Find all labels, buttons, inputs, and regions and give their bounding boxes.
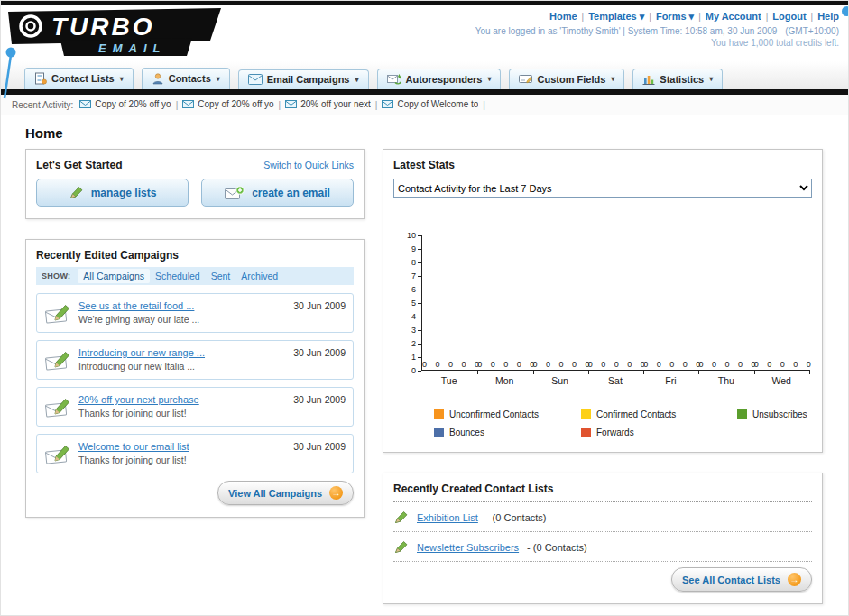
- tab-statistics[interactable]: Statistics▾: [632, 69, 723, 89]
- contact-activity-chart: 012345678910 0 0 0 0 00 0 0 0 00 0 0 0 0…: [398, 235, 809, 386]
- legend-label: Forwards: [596, 428, 634, 437]
- contact-list-link[interactable]: Newsletter Subscribers: [417, 542, 519, 553]
- statistics-icon: [642, 73, 655, 85]
- filter-tab-all-campaigns[interactable]: All Campaigns: [78, 269, 150, 283]
- tab-autoresponders[interactable]: Autoresponders▾: [377, 69, 502, 89]
- stats-period-select[interactable]: Contact Activity for the Last 7 Days: [393, 179, 812, 198]
- bar-value-labels: 0 0 0 0 0: [477, 360, 532, 369]
- campaign-title-link[interactable]: Introducing our new range ...: [78, 347, 286, 358]
- tab-email-campaigns[interactable]: Email Campaigns▾: [238, 69, 369, 89]
- chart-group: 0 0 0 0 0: [477, 235, 532, 370]
- legend-item-bounces: Bounces: [434, 428, 581, 437]
- unsubscribes-swatch: [737, 409, 747, 419]
- y-tick-label: 5: [411, 299, 416, 308]
- bar-value-labels: 0 0 0 0 0: [643, 360, 698, 369]
- tab-custom-fields[interactable]: Custom Fields▾: [509, 69, 624, 89]
- y-axis-tick: 10: [407, 231, 421, 240]
- y-axis-tick: 9: [411, 244, 421, 253]
- envelope-pencil-icon: [44, 443, 71, 465]
- legend-label: Unsubscribes: [752, 409, 807, 419]
- custom-fields-icon: [519, 73, 532, 85]
- y-tick-label: 4: [411, 312, 416, 321]
- recent-activity-item[interactable]: 20% off your next: [285, 99, 371, 109]
- bounces-swatch: [434, 428, 444, 437]
- envelope-pencil-icon: [44, 302, 71, 325]
- chevron-down-icon: ▾: [611, 75, 614, 83]
- x-axis-label: Mon: [476, 371, 531, 386]
- envelope-small-icon: [79, 100, 91, 108]
- chevron-down-icon: ▾: [120, 75, 124, 83]
- campaign-title-link[interactable]: See us at the retail food ...: [78, 300, 286, 311]
- contact-list-link[interactable]: Exhibition List: [417, 512, 478, 523]
- create-an-email-button[interactable]: create an email: [201, 179, 354, 207]
- get-started-title: Let's Get Started: [36, 159, 123, 171]
- logo-text-email: EMAIL: [98, 41, 166, 55]
- top-link-my-account[interactable]: My Account: [706, 11, 761, 22]
- chevron-down-icon: ▾: [709, 75, 713, 83]
- y-axis-tick: 2: [411, 339, 421, 348]
- legend-item-unsubscribes: Unsubscribes: [737, 409, 809, 419]
- legend-label: Confirmed Contacts: [596, 409, 676, 419]
- view-all-campaigns-label: View All Campaigns: [228, 488, 322, 499]
- legend-item-forwards: Forwards: [581, 428, 737, 437]
- recent-activity-item[interactable]: Copy of 20% off yo: [79, 99, 171, 109]
- switch-quick-links-link[interactable]: Switch to Quick Links: [263, 160, 354, 170]
- tab-contacts[interactable]: Contacts▾: [142, 68, 230, 89]
- chart-legend: Unconfirmed ContactsConfirmed ContactsUn…: [434, 409, 809, 437]
- latest-stats-title: Latest Stats: [383, 150, 822, 177]
- button-label: create an email: [252, 187, 330, 199]
- y-tick-label: 9: [411, 244, 416, 253]
- bar-value-labels: 0 0 0 0 0: [754, 360, 809, 369]
- campaign-subtitle: Introducing our new Italia ...: [78, 361, 286, 372]
- y-tick-label: 3: [411, 326, 416, 335]
- filter-tab-archived[interactable]: Archived: [235, 269, 283, 283]
- campaign-row: Introducing our new range ...Introducing…: [36, 340, 354, 380]
- top-link-forms[interactable]: Forms ▾: [656, 11, 694, 22]
- x-axis-label: Tue: [421, 371, 476, 386]
- y-axis-tick: 7: [411, 271, 421, 280]
- y-axis-tick: 5: [411, 299, 421, 308]
- activity-item-label: 20% off your next: [300, 99, 371, 109]
- page-title: Home: [25, 125, 848, 141]
- filter-tab-scheduled[interactable]: Scheduled: [150, 269, 206, 283]
- campaign-subtitle: Thanks for joining our list!: [78, 455, 286, 465]
- recent-activity-item[interactable]: Copy of Welcome to: [382, 99, 478, 109]
- x-axis-label: Fri: [643, 371, 698, 386]
- button-label: manage lists: [91, 187, 157, 199]
- logo-text-turbo: TURBO: [51, 13, 155, 41]
- top-link-templates[interactable]: Templates ▾: [588, 11, 644, 22]
- x-axis-label: Thu: [698, 371, 753, 386]
- bar-value-labels: 0 0 0 0 0: [422, 360, 477, 369]
- campaign-title-link[interactable]: 20% off your next purchase: [78, 394, 286, 405]
- app-logo: TURBO EMAIL: [5, 7, 232, 61]
- tab-contact-lists[interactable]: Contact Lists▾: [24, 68, 134, 89]
- bar-value-labels: 0 0 0 0 0: [588, 360, 643, 369]
- campaign-subtitle: Thanks for joining our list!: [78, 408, 286, 418]
- campaign-date: 30 Jun 2009: [293, 439, 346, 468]
- email-campaigns-icon: [248, 74, 263, 85]
- y-axis-tick: 3: [411, 326, 421, 335]
- top-link-home[interactable]: Home: [549, 11, 577, 22]
- campaign-title-link[interactable]: Welcome to our email list: [78, 441, 286, 452]
- top-link-help[interactable]: Help: [817, 11, 839, 22]
- envelope-pencil-icon: [44, 349, 71, 372]
- y-tick-label: 1: [411, 353, 416, 362]
- chart-plot-wrap: 0 0 0 0 00 0 0 0 00 0 0 0 00 0 0 0 00 0 …: [421, 235, 809, 386]
- chevron-down-icon: ▾: [487, 75, 491, 83]
- recent-activity-item[interactable]: Copy of 20% off yo: [182, 99, 273, 109]
- x-axis-label: Wed: [754, 371, 809, 386]
- see-all-contact-lists-button[interactable]: See All Contact Lists →: [671, 567, 812, 592]
- arrow-right-icon: →: [329, 486, 343, 500]
- manage-lists-button[interactable]: manage lists: [36, 179, 189, 207]
- header: TURBO EMAIL Home|Templates ▾|Forms ▾|My …: [1, 5, 848, 61]
- y-axis-tick: 4: [411, 312, 421, 321]
- recent-activity-bar: Recent Activity: Copy of 20% off yo|Copy…: [1, 95, 848, 115]
- tab-label: Email Campaigns: [267, 74, 350, 85]
- chart-y-axis: 012345678910: [398, 235, 421, 371]
- top-link-logout[interactable]: Logout: [772, 11, 806, 22]
- pencil-icon: [393, 540, 409, 554]
- main-nav: Contact Lists▾Contacts▾Email Campaigns▾A…: [1, 61, 848, 89]
- envelope-pencil-icon: [44, 396, 71, 418]
- filter-tab-sent[interactable]: Sent: [206, 269, 236, 283]
- view-all-campaigns-button[interactable]: View All Campaigns →: [217, 481, 354, 505]
